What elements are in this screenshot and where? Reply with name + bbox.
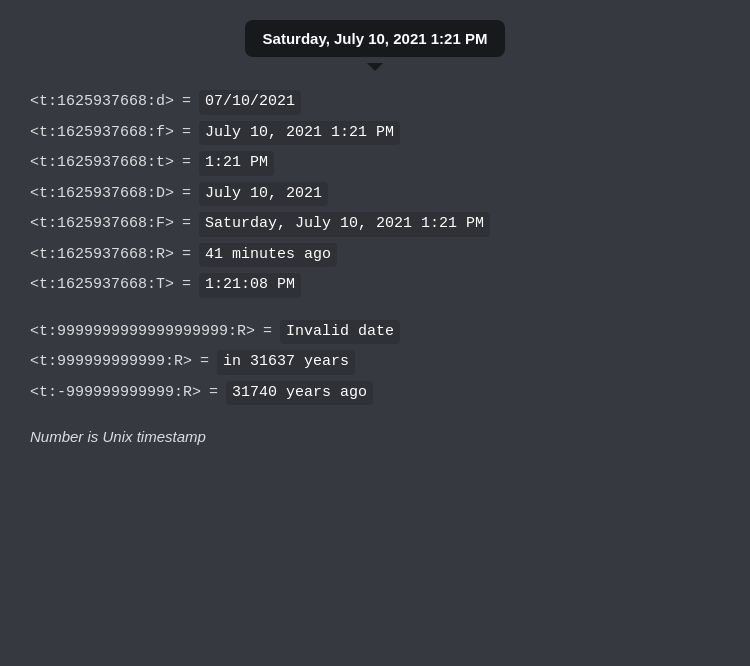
table-row: <t:1625937668:d>=07/10/2021 — [30, 87, 720, 118]
row-eq: = — [182, 213, 191, 236]
table-row: <t:1625937668:R>=41 minutes ago — [30, 240, 720, 271]
table-row: <t:1625937668:T>=1:21:08 PM — [30, 270, 720, 301]
primary-rows: <t:1625937668:d>=07/10/2021<t:1625937668… — [30, 87, 720, 301]
table-row: <t:1625937668:D>=July 10, 2021 — [30, 179, 720, 210]
row-key: <t:1625937668:F> — [30, 213, 174, 236]
row-value: July 10, 2021 — [199, 182, 328, 207]
row-value: July 10, 2021 1:21 PM — [199, 121, 400, 146]
row-value: Invalid date — [280, 320, 400, 345]
tooltip-arrow — [367, 63, 383, 71]
row-value: 41 minutes ago — [199, 243, 337, 268]
tooltip: Saturday, July 10, 2021 1:21 PM — [245, 20, 506, 57]
row-eq: = — [263, 321, 272, 344]
row-eq: = — [200, 351, 209, 374]
row-key: <t:1625937668:t> — [30, 152, 174, 175]
table-row: <t:1625937668:F>=Saturday, July 10, 2021… — [30, 209, 720, 240]
table-row: <t:1625937668:f>=July 10, 2021 1:21 PM — [30, 118, 720, 149]
row-key: <t:-999999999999:R> — [30, 382, 201, 405]
row-key: <t:999999999999:R> — [30, 351, 192, 374]
row-eq: = — [209, 382, 218, 405]
row-value: 1:21 PM — [199, 151, 274, 176]
row-eq: = — [182, 183, 191, 206]
footer-text: Number is Unix timestamp — [30, 428, 720, 445]
row-key: <t:1625937668:f> — [30, 122, 174, 145]
row-key: <t:1625937668:D> — [30, 183, 174, 206]
row-eq: = — [182, 91, 191, 114]
row-value: Saturday, July 10, 2021 1:21 PM — [199, 212, 490, 237]
row-value: 07/10/2021 — [199, 90, 301, 115]
row-key: <t:1625937668:R> — [30, 244, 174, 267]
row-eq: = — [182, 152, 191, 175]
row-value: 31740 years ago — [226, 381, 373, 406]
row-eq: = — [182, 244, 191, 267]
table-row: <t:999999999999:R>=in 31637 years — [30, 347, 720, 378]
row-value: 1:21:08 PM — [199, 273, 301, 298]
row-eq: = — [182, 274, 191, 297]
row-key: <t:1625937668:d> — [30, 91, 174, 114]
secondary-rows: <t:9999999999999999999:R>=Invalid date<t… — [30, 317, 720, 409]
row-key: <t:1625937668:T> — [30, 274, 174, 297]
table-row: <t:9999999999999999999:R>=Invalid date — [30, 317, 720, 348]
tooltip-label: Saturday, July 10, 2021 1:21 PM — [263, 30, 488, 47]
row-key: <t:9999999999999999999:R> — [30, 321, 255, 344]
table-row: <t:-999999999999:R>=31740 years ago — [30, 378, 720, 409]
row-value: in 31637 years — [217, 350, 355, 375]
table-row: <t:1625937668:t>=1:21 PM — [30, 148, 720, 179]
rows-container: <t:1625937668:d>=07/10/2021<t:1625937668… — [30, 87, 720, 408]
spacer — [30, 301, 720, 317]
row-eq: = — [182, 122, 191, 145]
